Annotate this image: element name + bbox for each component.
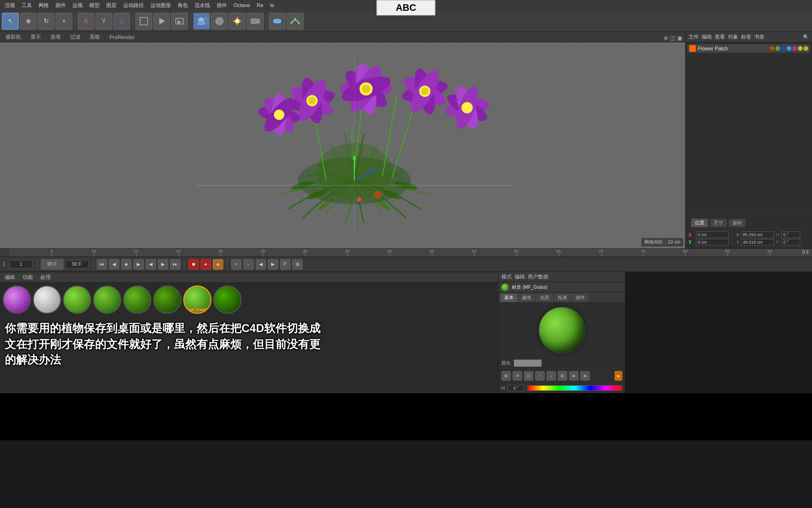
mat-color-swatch[interactable] bbox=[514, 359, 542, 367]
coord-x-size-input[interactable] bbox=[741, 231, 774, 238]
coord-x-pos-input[interactable] bbox=[696, 231, 729, 238]
viewport-tab-filter[interactable]: 过滤 bbox=[67, 32, 83, 41]
material-thumb-green3[interactable] bbox=[123, 286, 151, 314]
shelf-tab-process[interactable]: 处理 bbox=[39, 273, 53, 282]
motion-btn[interactable]: P bbox=[280, 259, 290, 270]
material-thumb-green2[interactable] bbox=[93, 286, 121, 314]
material-thumb-mf-grass[interactable]: MF_Grass bbox=[183, 286, 211, 314]
light-btn[interactable] bbox=[229, 13, 246, 30]
menu-边视[interactable]: 边视 bbox=[70, 1, 86, 10]
menu-运动图形[interactable]: 运动图形 bbox=[148, 1, 174, 10]
mat-icon-2[interactable]: ↺ bbox=[513, 371, 522, 381]
loop-btn[interactable]: ⊞ bbox=[292, 259, 303, 270]
nurbs-btn[interactable] bbox=[287, 13, 304, 30]
material-thumb-green1[interactable] bbox=[63, 286, 91, 314]
render-to-pic-btn[interactable] bbox=[171, 13, 188, 30]
coord-y-rot-input[interactable] bbox=[781, 239, 800, 246]
transport-end-input[interactable] bbox=[65, 260, 89, 269]
rotate-tool-btn[interactable]: ↻ bbox=[38, 13, 55, 30]
next-key-btn[interactable]: ▶ bbox=[268, 259, 278, 270]
viewport-icon-2[interactable]: ◫ bbox=[670, 35, 675, 41]
go-end-btn[interactable]: ⏭ bbox=[170, 259, 180, 270]
props-file[interactable]: 文件 bbox=[688, 33, 699, 40]
camera-btn[interactable] bbox=[247, 13, 264, 30]
mat-icon-5[interactable]: ↓ bbox=[547, 371, 556, 381]
y-axis-btn[interactable]: Y bbox=[95, 13, 112, 30]
viewport-icon-3[interactable]: ▣ bbox=[677, 35, 682, 41]
menu-工具[interactable]: 工具 bbox=[19, 1, 35, 10]
menu-re[interactable]: Re bbox=[254, 1, 266, 9]
play-reverse-btn[interactable]: ◀ bbox=[146, 259, 156, 270]
render-btn[interactable] bbox=[153, 13, 170, 30]
material-thumb-green4[interactable] bbox=[153, 286, 181, 314]
keyframe-btn[interactable]: ◈ bbox=[213, 259, 223, 270]
props-tag[interactable]: 标签 bbox=[741, 33, 751, 40]
mat-icon-1[interactable]: ⊞ bbox=[501, 371, 511, 381]
record-auto-btn[interactable]: ● bbox=[201, 259, 211, 270]
menu-模型[interactable]: 模型 bbox=[86, 1, 102, 10]
coord-tab-position[interactable]: 位置 bbox=[691, 219, 708, 227]
select-tool-btn[interactable]: ↖ bbox=[2, 13, 19, 30]
record-btn[interactable]: ⏺ bbox=[188, 259, 199, 270]
go-start-btn[interactable]: ⏮ bbox=[97, 259, 107, 270]
mat-userdata[interactable]: 用户数据 bbox=[528, 273, 548, 280]
viewport-tab-panel[interactable]: 面板 bbox=[87, 32, 103, 41]
del-key-btn[interactable]: - bbox=[243, 259, 254, 270]
hue-input[interactable] bbox=[508, 385, 524, 391]
mat-icon-3[interactable]: ⊡ bbox=[524, 371, 533, 381]
render-region-btn[interactable] bbox=[135, 13, 152, 30]
menu-插件2[interactable]: 插件 bbox=[214, 1, 230, 10]
menu-运动路径[interactable]: 运动路径 bbox=[120, 1, 147, 10]
z-axis-btn[interactable]: Z bbox=[113, 13, 130, 30]
mat-tab-extend[interactable]: 拓展 bbox=[554, 294, 571, 302]
props-object[interactable]: 对象 bbox=[728, 33, 738, 40]
mat-icon-6[interactable]: ⊟ bbox=[558, 371, 567, 381]
props-edit[interactable]: 编辑 bbox=[702, 33, 712, 40]
menu-插件[interactable]: 插件 bbox=[53, 1, 69, 10]
coord-tab-rotation[interactable]: 旋转 bbox=[729, 219, 746, 227]
menu-活视[interactable]: 活视 bbox=[2, 1, 18, 10]
transport-frame-input[interactable] bbox=[9, 260, 33, 269]
coord-y-size-input[interactable] bbox=[741, 239, 774, 246]
mat-icon-7[interactable]: ⊕ bbox=[569, 371, 578, 381]
menu-网格[interactable]: 网格 bbox=[36, 1, 52, 10]
mat-icon-4[interactable]: ↑ bbox=[535, 371, 545, 381]
add-key-btn[interactable]: + bbox=[231, 259, 242, 270]
next-frame-btn[interactable]: ▶ bbox=[158, 259, 168, 270]
mat-icon-expand[interactable]: ▶ bbox=[615, 371, 622, 381]
prev-frame-btn[interactable]: ◀ bbox=[109, 259, 119, 270]
stop-btn[interactable]: ■ bbox=[121, 259, 132, 270]
mat-tab-light[interactable]: 光照 bbox=[536, 294, 553, 302]
viewport-tab-camera[interactable]: 摄影机 bbox=[3, 32, 24, 41]
menu-octane[interactable]: Octane bbox=[231, 1, 253, 9]
prev-key-btn[interactable]: ◀ bbox=[256, 259, 266, 270]
deformer-btn[interactable] bbox=[269, 13, 286, 30]
material-thumb-purple[interactable] bbox=[3, 286, 31, 314]
props-bookmark[interactable]: 书签 bbox=[754, 33, 765, 40]
hue-gradient-bar[interactable] bbox=[527, 385, 622, 391]
flower-patch-object[interactable]: Flower Patch bbox=[687, 44, 810, 53]
viewport-icon-1[interactable]: ⊕ bbox=[664, 35, 668, 41]
coord-x-rot-input[interactable] bbox=[781, 231, 800, 238]
menu-ie[interactable]: Ie bbox=[267, 1, 277, 9]
mat-tab-basic[interactable]: 基本 bbox=[500, 294, 517, 302]
viewport-tab-options[interactable]: 选项 bbox=[47, 32, 63, 41]
shelf-tab-edit[interactable]: 编辑 bbox=[3, 273, 17, 282]
x-axis-btn[interactable]: X bbox=[78, 13, 94, 30]
move-tool-btn[interactable]: ⊕ bbox=[20, 13, 37, 30]
viewport[interactable]: 摄影机 显示 选项 过滤 面板 ProRender ⊕ ◫ ▣ bbox=[0, 32, 685, 248]
menu-图层[interactable]: 图层 bbox=[103, 1, 119, 10]
mat-edit[interactable]: 编辑 bbox=[515, 273, 525, 280]
search-icon[interactable]: 🔍 bbox=[803, 34, 809, 40]
shelf-tab-function[interactable]: 功能 bbox=[21, 273, 35, 282]
timeline-ruler[interactable]: 51015202530354045505560657075808590 bbox=[9, 249, 812, 256]
sphere-btn[interactable] bbox=[211, 13, 228, 30]
scale-tool-btn[interactable]: + bbox=[55, 13, 72, 30]
mat-mode[interactable]: 模式 bbox=[501, 273, 512, 280]
viewport-tab-display[interactable]: 显示 bbox=[28, 32, 44, 41]
cube-btn[interactable] bbox=[193, 13, 210, 30]
coord-y-pos-input[interactable] bbox=[696, 239, 729, 246]
menu-流水线[interactable]: 流水线 bbox=[192, 1, 213, 10]
play-btn[interactable]: ▶ bbox=[133, 259, 144, 270]
viewport-tab-prorender[interactable]: ProRender bbox=[107, 33, 137, 41]
